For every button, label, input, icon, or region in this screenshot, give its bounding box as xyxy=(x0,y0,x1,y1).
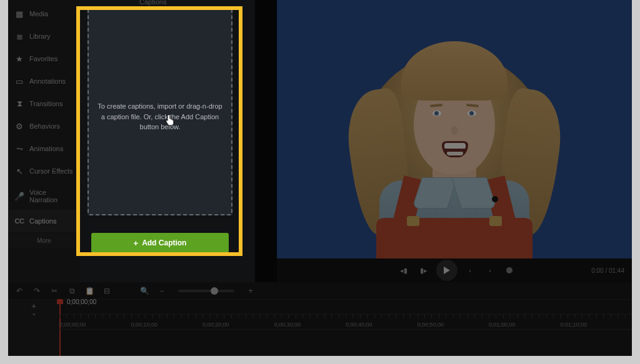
timeline-track-headers: + ˅ xyxy=(8,300,59,356)
paste-button[interactable]: 📋 xyxy=(84,286,94,296)
tick-group: 0;00;50;00 xyxy=(418,315,489,329)
cut-button[interactable]: ✂ xyxy=(49,286,59,296)
add-caption-label: Add Caption xyxy=(142,239,186,247)
sidebar-label: Library xyxy=(29,32,51,40)
zoom-out-button[interactable]: − xyxy=(157,286,167,296)
sidebar-item-transitions[interactable]: ⧗Transitions xyxy=(8,92,80,115)
step-back-button[interactable]: ▮▸ xyxy=(416,263,431,278)
tick-group: 0;00;40;00 xyxy=(346,315,418,329)
add-caption-button[interactable]: + Add Caption xyxy=(91,233,229,253)
sidebar-label: Transitions xyxy=(29,100,62,107)
behaviors-icon: ⚙ xyxy=(14,121,24,131)
tick-group: 0;00;10;00 xyxy=(131,315,203,329)
collapse-tracks-button[interactable]: ˅ xyxy=(32,312,36,322)
annotations-icon: ▭ xyxy=(14,76,24,86)
timeline-canvas[interactable]: 0;00;00;00 0;00;00;000;00;10;000;00;20;0… xyxy=(59,300,632,356)
sidebar-item-library[interactable]: ≣Library xyxy=(8,25,80,47)
timeline: ↶ ↷ ✂ ⧉ 📋 ⊟ 🔍 − + + ˅ 0;00;00;00 0;00;00… xyxy=(8,282,632,356)
plus-icon: + xyxy=(134,239,139,248)
zoom-thumb[interactable] xyxy=(211,287,218,295)
sidebar-item-annotations[interactable]: ▭Annotations xyxy=(8,70,80,92)
tick-label: 0;01;00;00 xyxy=(489,322,516,328)
preview-column: ◂▮ ▮▸ ‹ › 0:00 / 01:44 xyxy=(277,0,632,282)
sidebar-label: Cursor Effects xyxy=(29,167,73,175)
tick-group: 0;00;00;00 xyxy=(59,315,131,329)
sidebar-item-favorites[interactable]: ★Favorites xyxy=(8,47,80,70)
sidebar-item-voice-narration[interactable]: 🎤Voice Narration xyxy=(8,182,80,210)
video-preview[interactable] xyxy=(277,0,632,258)
undo-button[interactable]: ↶ xyxy=(14,286,24,296)
playhead-timecode: 0;00;00;00 xyxy=(67,298,96,305)
timeline-tracks: + ˅ 0;00;00;00 0;00;00;000;00;10;000;00;… xyxy=(8,300,632,356)
sidebar-label: Favorites xyxy=(29,55,58,62)
sidebar-label: Voice Narration xyxy=(29,189,74,204)
add-track-button[interactable]: + xyxy=(31,301,36,311)
sidebar-label: Annotations xyxy=(29,77,66,85)
tick-label: 0;00;40;00 xyxy=(346,322,372,328)
sidebar-item-media[interactable]: ▦Media xyxy=(8,2,80,25)
time-readout: 0:00 / 01:44 xyxy=(591,267,624,274)
timeline-ruler[interactable]: 0;00;00;00 xyxy=(59,300,632,315)
prev-marker-button[interactable]: ‹ xyxy=(462,263,478,278)
app-frame: ▦Media ≣Library ★Favorites ▭Annotations … xyxy=(8,0,632,356)
sidebar-more[interactable]: More xyxy=(8,234,80,248)
sidebar-label: Animations xyxy=(29,145,63,152)
sidebar-item-cursor-effects[interactable]: ↖Cursor Effects xyxy=(8,160,80,182)
caption-drop-zone[interactable]: To create captions, import or drag-n-dro… xyxy=(88,6,232,215)
zoom-fit-button[interactable]: 🔍 xyxy=(139,286,149,296)
video-subject xyxy=(342,2,567,258)
sidebar: ▦Media ≣Library ★Favorites ▭Annotations … xyxy=(8,0,80,282)
animations-icon: ⤳ xyxy=(14,144,24,154)
playback-controls: ◂▮ ▮▸ ‹ › 0:00 / 01:44 xyxy=(277,258,632,282)
tick-label: 0;00;30;00 xyxy=(274,322,301,328)
next-marker-button[interactable]: › xyxy=(482,263,498,278)
cc-icon: CC xyxy=(14,216,24,226)
tick-group: 0;00;30;00 xyxy=(274,315,346,329)
tick-label: 0;01;10;00 xyxy=(561,322,588,328)
zoom-in-button[interactable]: + xyxy=(246,286,256,296)
timeline-toolbar: ↶ ↷ ✂ ⧉ 📋 ⊟ 🔍 − + xyxy=(8,282,632,300)
media-icon: ▦ xyxy=(14,9,24,19)
tick-group: 0;01;00;00 xyxy=(489,315,561,329)
record-indicator[interactable] xyxy=(506,267,512,273)
tick-label: 0;00;10;00 xyxy=(131,322,158,328)
tick-group: 0;01;10;00 xyxy=(561,315,632,329)
sidebar-item-captions[interactable]: CCCaptions xyxy=(8,210,80,232)
tick-label: 0;00;50;00 xyxy=(418,322,444,328)
mic-icon: 🎤 xyxy=(14,191,24,201)
caption-drop-text: To create captions, import or drag-n-dro… xyxy=(89,101,231,132)
tick-label: 0;00;00;00 xyxy=(59,322,86,328)
redo-button[interactable]: ↷ xyxy=(32,286,42,296)
sidebar-item-behaviors[interactable]: ⚙Behaviors xyxy=(8,115,80,137)
sidebar-label: Behaviors xyxy=(29,122,60,130)
sidebar-item-animations[interactable]: ⤳Animations xyxy=(8,137,80,160)
tick-group: 0;00;20;00 xyxy=(202,315,274,329)
sidebar-label: Captions xyxy=(29,217,56,225)
library-icon: ≣ xyxy=(14,31,24,41)
panel-gap xyxy=(255,0,277,282)
tick-label: 0;00;20;00 xyxy=(202,322,229,328)
captions-panel-highlight: To create captions, import or drag-n-dro… xyxy=(80,0,242,257)
split-button[interactable]: ⊟ xyxy=(102,286,112,296)
copy-button[interactable]: ⧉ xyxy=(67,286,77,296)
star-icon: ★ xyxy=(14,54,24,64)
zoom-slider[interactable] xyxy=(178,290,234,292)
transitions-icon: ⧗ xyxy=(14,99,24,109)
sidebar-label: Media xyxy=(29,10,48,17)
play-button[interactable] xyxy=(436,260,458,281)
cursor-effects-icon: ↖ xyxy=(14,166,24,176)
timeline-ticks: 0;00;00;000;00;10;000;00;20;000;00;30;00… xyxy=(59,315,632,330)
prev-frame-button[interactable]: ◂▮ xyxy=(396,263,411,278)
